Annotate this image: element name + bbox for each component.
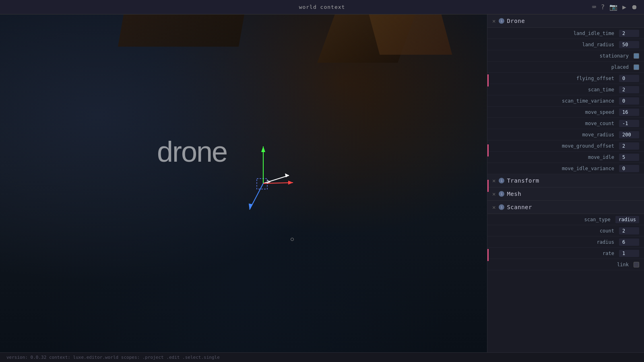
value-land-radius[interactable]: 50 (619, 41, 639, 48)
beam-3 (118, 14, 244, 47)
mesh-section-title: Mesh (507, 191, 521, 197)
drone-section-header: ✕ i Drone (487, 14, 644, 28)
help-icon[interactable]: ? (601, 3, 605, 11)
value-radius[interactable]: 6 (619, 239, 639, 246)
play-icon[interactable]: ▶ (622, 3, 626, 11)
mesh-close-button[interactable]: ✕ (492, 191, 495, 197)
transform-section-icon: i (499, 178, 504, 183)
value-scan-type[interactable]: radius (615, 216, 639, 223)
transform-gizmo: > (233, 135, 298, 224)
prop-radius: radius 6 (487, 237, 644, 248)
drone-close-button[interactable]: ✕ (492, 18, 495, 24)
label-radius: radius (494, 239, 619, 245)
main-area: drone > (0, 14, 644, 352)
value-move-count[interactable]: -1 (619, 120, 639, 127)
label-rate: rate (494, 251, 619, 256)
svg-marker-4 (261, 146, 265, 152)
label-stationary: stationary (494, 53, 634, 59)
right-panel: ✕ i Drone land_idle_time 2 land_radius 5… (487, 14, 644, 352)
prop-scan-type: scan_type radius (487, 214, 644, 225)
prop-move-idle: move_idle 5 (487, 152, 644, 163)
label-scan-time: scan_time (494, 87, 619, 93)
label-move-speed: move_speed (494, 109, 619, 115)
value-land-idle-time[interactable]: 2 (619, 30, 639, 37)
drone-section-icon: i (499, 18, 504, 24)
prop-move-count: move_count -1 (487, 118, 644, 129)
label-move-idle-variance: move_idle_variance (494, 166, 619, 171)
cursor-indicator (291, 238, 294, 241)
label-placed: placed (494, 64, 634, 70)
value-count[interactable]: 2 (619, 227, 639, 234)
statusbar: version: 0.0.32 context: luxe.editor.wor… (0, 352, 644, 362)
scanner-close-button[interactable]: ✕ (492, 204, 495, 210)
viewport[interactable]: drone > (0, 14, 487, 352)
prop-land-idle-time: land_idle_time 2 (487, 28, 644, 39)
prop-move-ground-offset: move_ground_offset 2 (487, 140, 644, 152)
prop-move-idle-variance: move_idle_variance 0 (487, 163, 644, 174)
accent-mark-3 (487, 180, 489, 192)
ceiling-beams (0, 14, 487, 135)
value-scan-time[interactable]: 2 (619, 86, 639, 93)
record-icon[interactable]: ⏺ (631, 3, 638, 11)
prop-flying-offset: flying_offset 0 (487, 73, 644, 84)
beam-2 (369, 14, 452, 55)
prop-placed: placed (487, 62, 644, 73)
svg-marker-6 (288, 181, 293, 185)
label-move-ground-offset: move_ground_offset (494, 143, 619, 149)
prop-stationary: stationary (487, 50, 644, 62)
value-move-ground-offset[interactable]: 2 (619, 142, 639, 150)
camera-icon[interactable]: 📷 (609, 3, 617, 11)
scanner-accent-mark (487, 249, 489, 261)
accent-mark-2 (487, 144, 489, 156)
prop-land-radius: land_radius 50 (487, 39, 644, 50)
scanner-section-header: ✕ i Scanner (487, 201, 644, 214)
prop-link: link (487, 259, 644, 270)
topbar-icons: ⌨ ? 📷 ▶ ⏺ (592, 3, 638, 11)
transform-section-title: Transform (507, 177, 539, 184)
label-count: count (494, 228, 619, 234)
label-flying-offset: flying_offset (494, 76, 619, 81)
transform-section-header: ✕ i Transform (487, 174, 644, 187)
mesh-section-header: ✕ i Mesh (487, 187, 644, 201)
prop-rate: rate 1 (487, 248, 644, 259)
scanner-section-icon: i (499, 204, 504, 210)
mesh-section-icon: i (499, 191, 504, 197)
statusbar-text: version: 0.0.32 context: luxe.editor.wor… (6, 355, 220, 360)
value-move-radius[interactable]: 200 (619, 131, 639, 138)
accent-mark-1 (487, 74, 489, 86)
drone-properties: land_idle_time 2 land_radius 50 stationa… (487, 28, 644, 174)
scanner-properties: scan_type radius count 2 radius 6 rate 1… (487, 214, 644, 270)
label-link: link (494, 262, 634, 267)
prop-move-speed: move_speed 16 (487, 107, 644, 118)
prop-scan-time-variance: scan_time_variance 0 (487, 95, 644, 107)
svg-text:>: > (266, 178, 271, 186)
label-scan-time-variance: scan_time_variance (494, 98, 619, 104)
topbar: world context ⌨ ? 📷 ▶ ⏺ (0, 0, 644, 14)
value-move-idle[interactable]: 5 (619, 154, 639, 161)
label-move-idle: move_idle (494, 154, 619, 160)
label-land-idle-time: land_idle_time (494, 31, 619, 36)
transform-close-button[interactable]: ✕ (492, 177, 495, 184)
value-scan-time-variance[interactable]: 0 (619, 97, 639, 105)
prop-move-radius: move_radius 200 (487, 129, 644, 140)
prop-scan-time: scan_time 2 (487, 84, 644, 95)
label-move-radius: move_radius (494, 132, 619, 138)
value-placed[interactable] (634, 64, 639, 70)
value-flying-offset[interactable]: 0 (619, 75, 639, 82)
topbar-title: world context (299, 4, 345, 10)
scanner-section-title: Scanner (507, 204, 532, 210)
value-rate[interactable]: 1 (619, 250, 639, 257)
value-move-speed[interactable]: 16 (619, 109, 639, 116)
value-move-idle-variance[interactable]: 0 (619, 165, 639, 172)
label-land-radius: land_radius (494, 42, 619, 47)
svg-marker-8 (249, 204, 253, 210)
value-stationary[interactable] (634, 53, 639, 59)
svg-rect-0 (257, 179, 267, 189)
label-move-count: move_count (494, 121, 619, 126)
keyboard-icon[interactable]: ⌨ (592, 3, 596, 11)
label-scan-type: scan_type (494, 217, 615, 222)
value-link[interactable] (634, 262, 639, 267)
prop-count: count 2 (487, 225, 644, 237)
drone-section-title: Drone (507, 18, 525, 24)
